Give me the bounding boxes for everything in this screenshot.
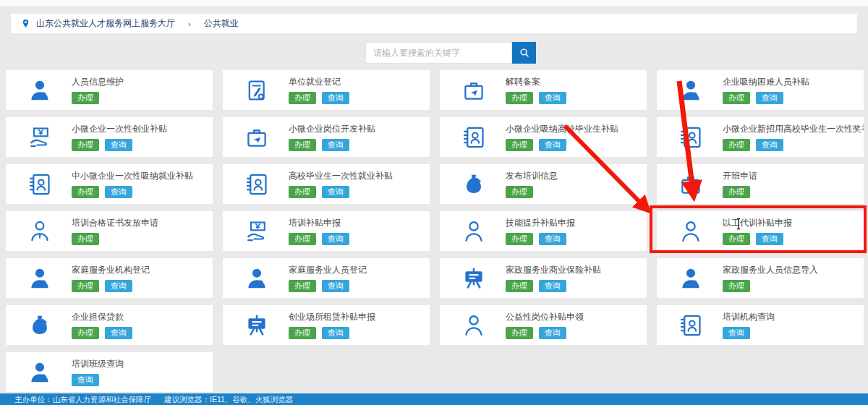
handle-button[interactable]: 办理 (723, 233, 750, 245)
person-outline-icon (459, 219, 488, 244)
person-outline-icon (459, 313, 488, 338)
service-title: 培训班级查询 (72, 358, 124, 370)
query-button[interactable]: 查询 (539, 233, 566, 245)
query-button[interactable]: 查询 (72, 374, 99, 386)
handle-button[interactable]: 办理 (723, 186, 750, 198)
query-button[interactable]: 查询 (322, 186, 349, 198)
query-button[interactable]: 查询 (539, 280, 566, 292)
service-card[interactable]: 培训机构查询 查询 (657, 305, 864, 345)
service-card-highlighted[interactable]: 以工代训补贴申报 办理查询 (657, 211, 864, 251)
query-button[interactable]: 查询 (105, 327, 132, 339)
query-button[interactable]: 查询 (756, 139, 783, 151)
service-actions: 办理 (506, 186, 558, 198)
service-card[interactable]: 单位就业登记 办理查询 (223, 70, 430, 110)
query-button[interactable]: 查询 (322, 233, 349, 245)
service-card[interactable]: 小微企业吸纳高校毕业生补贴 办理查询 (440, 117, 647, 157)
handle-button[interactable]: 办理 (72, 186, 99, 198)
contact-book-icon (459, 125, 488, 150)
handle-button[interactable]: 办理 (506, 186, 533, 198)
service-card[interactable]: 技能提升补贴申报 办理查询 (440, 211, 647, 251)
handle-button[interactable]: 办理 (289, 280, 316, 292)
search-button[interactable] (512, 42, 536, 64)
service-card[interactable]: 人员信息维护 办理 (6, 70, 213, 110)
service-card[interactable]: 小微企业岗位开发补贴 办理查询 (223, 117, 430, 157)
handle-button[interactable]: 办理 (289, 327, 316, 339)
service-card[interactable]: 小微企业一次性创业补贴 办理查询 (6, 117, 213, 157)
service-card[interactable]: 企业吸纳困难人员补贴 办理查询 (657, 70, 864, 110)
handle-button[interactable]: 办理 (289, 186, 316, 198)
service-card[interactable]: 企业担保贷款 办理查询 (6, 305, 213, 345)
services-grid: 人员信息维护 办理 单位就业登记 办理查询 解聘备案 办理查询 企业吸纳困难人员… (6, 70, 864, 392)
service-card[interactable]: 培训班级查询 查询 (6, 352, 213, 392)
handle-button[interactable]: 办理 (506, 327, 533, 339)
service-card[interactable]: 解聘备案 办理查询 (440, 70, 647, 110)
person-tie-icon (25, 219, 54, 244)
query-button[interactable]: 查询 (539, 327, 566, 339)
query-button[interactable]: 查询 (539, 139, 566, 151)
service-actions: 办理查询 (289, 186, 393, 198)
query-button[interactable]: 查询 (105, 139, 132, 151)
query-button[interactable]: 查询 (105, 280, 132, 292)
service-actions: 办理查询 (289, 327, 375, 339)
service-title: 培训补贴申报 (289, 217, 349, 229)
service-actions: 办理查询 (72, 280, 150, 292)
query-button[interactable]: 查询 (105, 186, 132, 198)
service-title: 培训机构查询 (723, 311, 775, 323)
location-pin-icon (21, 19, 30, 28)
handle-button[interactable]: 办理 (289, 233, 316, 245)
footer-host-text: 主办单位：山东省人力资源和社会保障厅 (14, 393, 151, 405)
service-actions: 办理 (72, 233, 158, 245)
handle-button[interactable]: 办理 (506, 233, 533, 245)
search-input[interactable] (365, 42, 512, 64)
breadcrumb-root-link[interactable]: 山东公共就业人才服务网上服务大厅 (36, 17, 175, 30)
service-title: 高校毕业生一次性就业补贴 (289, 170, 393, 182)
service-card[interactable]: 中小微企业一次性吸纳就业补贴 办理查询 (6, 164, 213, 204)
service-card[interactable]: 创业场所租赁补贴申报 办理查询 (223, 305, 430, 345)
handle-button[interactable]: 办理 (723, 139, 750, 151)
service-card[interactable]: 开班申请 办理 (657, 164, 864, 204)
service-card[interactable]: 小微企业新招用高校毕业生一次性奖补 办理查询 (657, 117, 864, 157)
query-button[interactable]: 查询 (322, 92, 349, 104)
service-actions: 办理查询 (289, 139, 375, 151)
service-card[interactable]: 公益性岗位补贴申领 办理查询 (440, 305, 647, 345)
service-actions: 办理查询 (723, 139, 864, 151)
query-button[interactable]: 查询 (723, 327, 750, 339)
service-card[interactable]: 家政服务业商业保险补贴 办理查询 (440, 258, 647, 298)
handle-button[interactable]: 办理 (72, 280, 99, 292)
handle-button[interactable]: 办理 (506, 139, 533, 151)
query-button[interactable]: 查询 (322, 139, 349, 151)
query-button[interactable]: 查询 (322, 327, 349, 339)
handle-button[interactable]: 办理 (72, 327, 99, 339)
service-actions: 办理查询 (723, 233, 792, 245)
service-card[interactable]: 家庭服务业人员登记 办理查询 (223, 258, 430, 298)
service-actions: 办理查询 (289, 280, 367, 292)
handle-button[interactable]: 办理 (72, 139, 99, 151)
handle-button[interactable]: 办理 (289, 92, 316, 104)
service-card[interactable]: 家政服务业人员信息导入 办理 (657, 258, 864, 298)
handle-button[interactable]: 办理 (723, 92, 750, 104)
person-solid-icon (242, 266, 271, 291)
service-actions: 办理查询 (506, 92, 566, 104)
service-title: 家政服务业商业保险补贴 (506, 264, 601, 276)
service-actions: 查询 (723, 327, 775, 339)
service-card[interactable]: 家庭服务业机构登记 办理查询 (6, 258, 213, 298)
handle-button[interactable]: 办理 (72, 233, 99, 245)
service-card[interactable]: 高校毕业生一次性就业补贴 办理查询 (223, 164, 430, 204)
bag-solid-icon (25, 313, 54, 338)
service-card[interactable]: 培训补贴申报 办理查询 (223, 211, 430, 251)
service-title: 小微企业岗位开发补贴 (289, 123, 375, 135)
handle-button[interactable]: 办理 (289, 139, 316, 151)
handle-button[interactable]: 办理 (723, 280, 750, 292)
handle-button[interactable]: 办理 (506, 92, 533, 104)
query-button[interactable]: 查询 (756, 233, 783, 245)
query-button[interactable]: 查询 (539, 92, 566, 104)
handle-button[interactable]: 办理 (72, 92, 99, 104)
service-actions: 查询 (72, 374, 124, 386)
service-card[interactable]: 培训合格证书发放申请 办理 (6, 211, 213, 251)
handle-button[interactable]: 办理 (506, 280, 533, 292)
query-button[interactable]: 查询 (322, 280, 349, 292)
query-button[interactable]: 查询 (756, 92, 783, 104)
breadcrumb-current[interactable]: 公共就业 (204, 17, 239, 30)
service-card[interactable]: 发布培训信息 办理 (440, 164, 647, 204)
breadcrumb-separator-icon: › (188, 20, 191, 28)
